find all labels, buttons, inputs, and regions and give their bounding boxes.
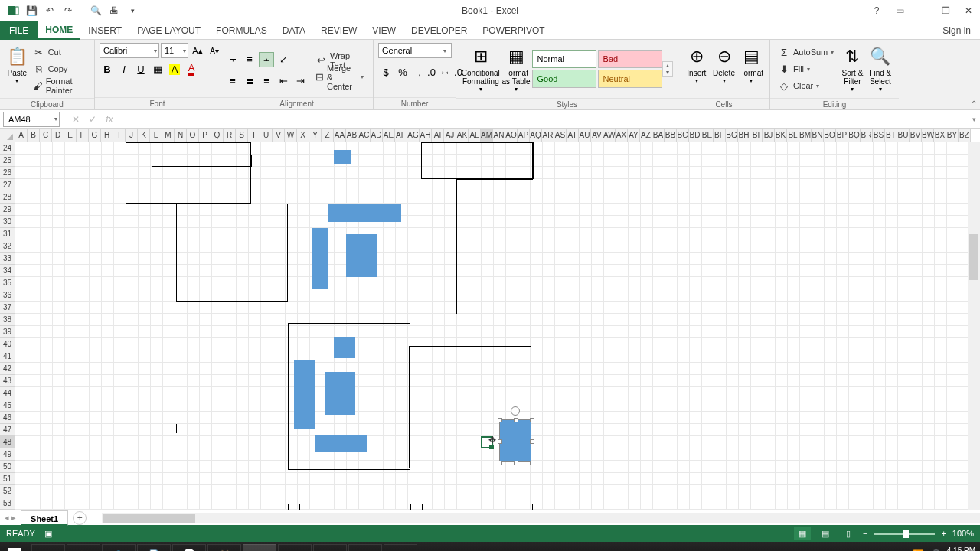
row-header[interactable]: 37	[0, 302, 15, 314]
tab-powerpivot[interactable]: POWERPIVOT	[475, 21, 552, 40]
row-header[interactable]: 48	[0, 436, 15, 448]
taskbar-excel-icon[interactable]: X	[243, 544, 276, 551]
col-header[interactable]: G	[89, 129, 101, 142]
horizontal-scrollbar[interactable]	[102, 513, 980, 523]
conditional-formatting-button[interactable]: ⊞ Conditional Formatting▾	[461, 43, 501, 95]
font-size-select[interactable]: 11▾	[161, 43, 188, 58]
col-header[interactable]: BK	[775, 129, 787, 142]
italic-button[interactable]: I	[116, 61, 132, 77]
col-header[interactable]: AV	[591, 129, 603, 142]
taskbar-ie-icon[interactable]: e	[31, 544, 65, 551]
row-header[interactable]: 47	[0, 424, 15, 436]
col-header[interactable]: A	[15, 129, 28, 142]
tray-clock[interactable]: 4:15 PM8/9/2019	[946, 546, 975, 551]
row-header[interactable]: 30	[0, 216, 15, 228]
resize-handle[interactable]	[498, 418, 502, 422]
enter-formula-icon[interactable]: ✓	[84, 112, 101, 127]
col-header[interactable]: AS	[554, 129, 567, 142]
col-header[interactable]: B	[28, 129, 40, 142]
style-neutral[interactable]: Neutral	[598, 70, 662, 88]
col-header[interactable]: AO	[505, 129, 518, 142]
decrease-font-icon[interactable]: A▾	[207, 43, 222, 58]
col-header[interactable]: BL	[787, 129, 799, 142]
col-header[interactable]: AP	[518, 129, 530, 142]
rectangle-shape[interactable]	[325, 372, 355, 415]
redo-icon[interactable]: ↷	[60, 2, 77, 19]
col-header[interactable]: Y	[309, 129, 322, 142]
col-header[interactable]: AY	[628, 129, 640, 142]
restore-icon[interactable]: ❐	[934, 2, 957, 19]
col-header[interactable]: AB	[346, 129, 358, 142]
rectangle-shape[interactable]	[294, 360, 315, 429]
tab-pagelayout[interactable]: PAGE LAYOUT	[129, 21, 208, 40]
style-normal[interactable]: Normal	[532, 50, 596, 68]
col-header[interactable]: R	[224, 129, 236, 142]
row-header[interactable]: 50	[0, 461, 15, 473]
col-header[interactable]: BG	[726, 129, 738, 142]
row-header[interactable]: 36	[0, 289, 15, 302]
resize-handle[interactable]	[498, 439, 502, 444]
tab-developer[interactable]: DEVELOPER	[403, 21, 475, 40]
col-header[interactable]: AF	[395, 129, 407, 142]
row-header[interactable]: 42	[0, 363, 15, 375]
spreadsheet-grid[interactable]: ABCDEFGHIJKLMNOPQRSTUVWXYZAAABACADAEAFAG…	[0, 129, 980, 510]
save-icon[interactable]: 💾	[23, 2, 40, 19]
align-center-icon[interactable]: ≣	[242, 73, 257, 89]
col-header[interactable]: BD	[689, 129, 701, 142]
col-header[interactable]: X	[297, 129, 309, 142]
col-header[interactable]: BR	[861, 129, 873, 142]
tab-file[interactable]: FILE	[0, 21, 38, 40]
undo-icon[interactable]: ↶	[41, 2, 58, 19]
tab-data[interactable]: DATA	[275, 21, 313, 40]
row-header[interactable]: 26	[0, 167, 15, 179]
col-header[interactable]: BM	[799, 129, 812, 142]
rectangle-shape[interactable]	[312, 228, 328, 289]
col-header[interactable]: AT	[567, 129, 579, 142]
align-bottom-icon[interactable]: ⫠	[259, 52, 274, 67]
help-icon[interactable]: ?	[865, 2, 888, 19]
col-header[interactable]: F	[77, 129, 89, 142]
taskbar-chrome-icon[interactable]	[172, 544, 206, 551]
rectangle-shape[interactable]	[315, 435, 368, 452]
row-header[interactable]: 39	[0, 326, 15, 338]
row-header[interactable]: 53	[0, 497, 15, 510]
qat-customize-icon[interactable]: ▾	[124, 2, 141, 19]
minimize-icon[interactable]: —	[911, 2, 934, 19]
col-header[interactable]: BU	[897, 129, 910, 142]
resize-handle[interactable]	[530, 439, 534, 444]
bold-button[interactable]: B	[100, 61, 115, 77]
col-header[interactable]: BN	[812, 129, 824, 142]
row-header[interactable]: 45	[0, 399, 15, 412]
col-header[interactable]: V	[273, 129, 285, 142]
number-format-select[interactable]: General▾	[378, 43, 452, 58]
row-header[interactable]: 31	[0, 228, 15, 240]
row-header[interactable]: 25	[0, 155, 15, 167]
col-header[interactable]: BI	[750, 129, 763, 142]
align-top-icon[interactable]: ⫟	[225, 52, 240, 67]
taskbar-app2-icon[interactable]: ▣	[278, 544, 312, 551]
format-as-table-button[interactable]: ▦ Format as Table▾	[501, 43, 532, 95]
close-icon[interactable]: ✕	[957, 2, 980, 19]
percent-icon[interactable]: %	[395, 64, 410, 80]
sign-in-link[interactable]: Sign in	[942, 25, 980, 36]
zoom-in-button[interactable]: +	[941, 529, 946, 538]
col-header[interactable]: BV	[910, 129, 922, 142]
rectangle-shape[interactable]	[346, 234, 377, 277]
font-color-button[interactable]: A	[184, 61, 199, 77]
row-header[interactable]: 46	[0, 412, 15, 424]
col-header[interactable]: AG	[407, 129, 420, 142]
col-header[interactable]: BT	[885, 129, 897, 142]
col-header[interactable]: Q	[211, 129, 224, 142]
vertical-scrollbar[interactable]	[968, 142, 980, 510]
row-header[interactable]: 28	[0, 191, 15, 204]
col-header[interactable]: BE	[701, 129, 714, 142]
increase-font-icon[interactable]: A▴	[190, 43, 205, 58]
border-button[interactable]: ▦	[150, 61, 165, 77]
col-header[interactable]: BQ	[848, 129, 861, 142]
row-header[interactable]: 44	[0, 387, 15, 399]
taskbar-word-icon[interactable]: W	[313, 544, 347, 551]
merge-center-button[interactable]: ⊟Merge & Center▾	[312, 70, 368, 85]
row-header[interactable]: 52	[0, 485, 15, 497]
row-header[interactable]: 43	[0, 375, 15, 387]
expand-formula-bar-icon[interactable]: ▾	[968, 116, 980, 123]
